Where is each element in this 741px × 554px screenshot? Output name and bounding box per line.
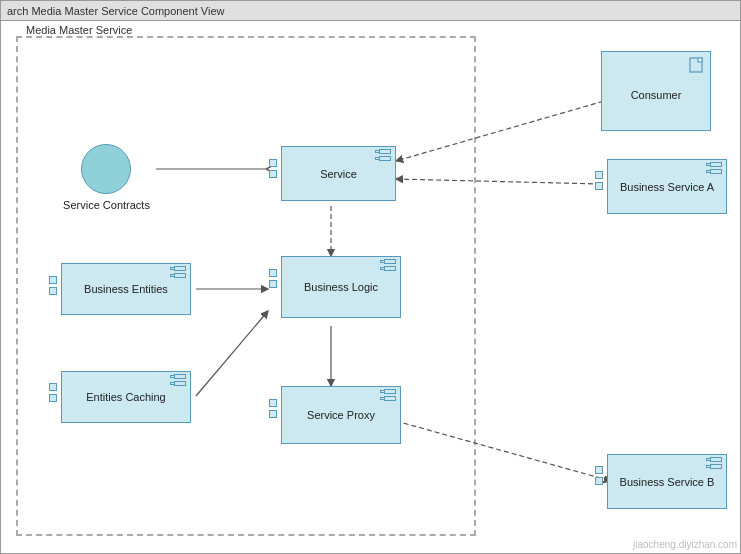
service-port-2 xyxy=(269,170,277,178)
title-bar: arch Media Master Service Component View xyxy=(1,1,740,21)
service-contracts-label: Service Contracts xyxy=(59,199,154,211)
watermark: jiaocheng.diyizhan.com xyxy=(633,539,737,550)
business-entities-box[interactable]: Business Entities xyxy=(61,263,191,315)
service-proxy-left-ports xyxy=(269,399,277,418)
entities-caching-left-ports xyxy=(49,383,57,402)
main-window: arch Media Master Service Component View… xyxy=(0,0,741,554)
service-label: Service xyxy=(282,168,395,180)
entities-caching-label: Entities Caching xyxy=(62,391,190,403)
sp-port-1 xyxy=(269,399,277,407)
consumer-note-icon xyxy=(688,56,706,74)
be-port-2 xyxy=(49,287,57,295)
service-box[interactable]: Service xyxy=(281,146,396,201)
bsb-left-ports xyxy=(595,466,603,485)
business-logic-box[interactable]: Business Logic xyxy=(281,256,401,318)
consumer-label: Consumer xyxy=(602,89,710,101)
business-logic-left-ports xyxy=(269,269,277,288)
sp-port-2 xyxy=(269,410,277,418)
ec-port-2 xyxy=(49,394,57,402)
service-contracts-circle xyxy=(81,144,131,194)
bsb-port-1 xyxy=(595,466,603,474)
bl-port-2 xyxy=(269,280,277,288)
be-port-1 xyxy=(49,276,57,284)
diagram-area: Media Master Service xyxy=(1,21,741,554)
business-service-b-label: Business Service B xyxy=(608,476,726,488)
business-logic-label: Business Logic xyxy=(282,281,400,293)
consumer-box[interactable]: Consumer xyxy=(601,51,711,131)
ec-port-1 xyxy=(49,383,57,391)
bsa-left-ports xyxy=(595,171,603,190)
bsa-port-1 xyxy=(595,171,603,179)
business-entities-label: Business Entities xyxy=(62,283,190,295)
business-service-b-box[interactable]: Business Service B xyxy=(607,454,727,509)
business-entities-left-ports xyxy=(49,276,57,295)
bsa-port-2 xyxy=(595,182,603,190)
business-service-a-box[interactable]: Business Service A xyxy=(607,159,727,214)
service-proxy-label: Service Proxy xyxy=(282,409,400,421)
outer-box-label: Media Master Service xyxy=(23,24,135,36)
business-service-a-label: Business Service A xyxy=(608,181,726,193)
service-proxy-box[interactable]: Service Proxy xyxy=(281,386,401,444)
window-title: arch Media Master Service Component View xyxy=(7,5,224,17)
service-left-ports xyxy=(269,159,277,178)
entities-caching-box[interactable]: Entities Caching xyxy=(61,371,191,423)
bsb-port-2 xyxy=(595,477,603,485)
bl-port-1 xyxy=(269,269,277,277)
service-port-1 xyxy=(269,159,277,167)
